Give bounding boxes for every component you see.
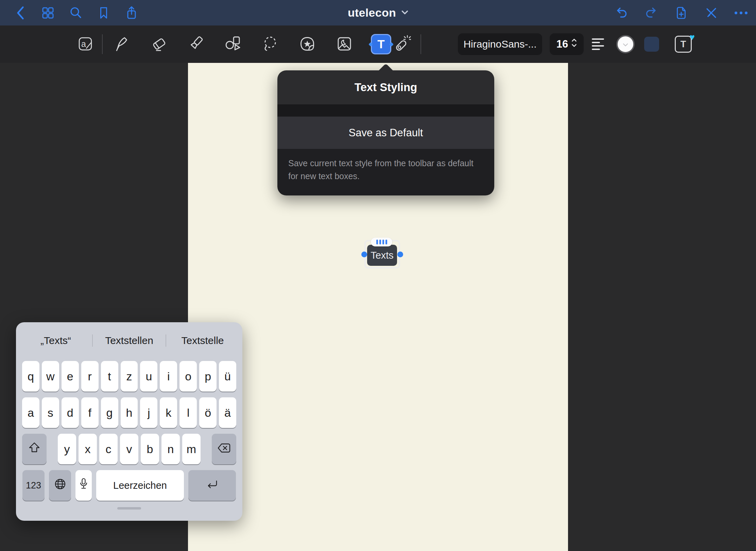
share-button[interactable] [124, 4, 139, 22]
sticker-tool-button[interactable] [297, 34, 318, 55]
key-o[interactable]: o [179, 361, 197, 392]
readonly-mode-button[interactable] [704, 4, 718, 22]
shapes-icon [224, 35, 242, 54]
handwriting-tool-button[interactable]: a [76, 34, 94, 55]
font-family-button[interactable]: HiraginoSans-... [458, 33, 542, 55]
key-x[interactable]: x [79, 434, 97, 464]
lasso-tool-button[interactable] [260, 34, 281, 55]
chevron-down-icon [401, 10, 408, 16]
search-icon [69, 6, 83, 20]
share-icon [125, 5, 138, 20]
suggestion-bar: „Texts“ Textstellen Textstelle [16, 331, 242, 350]
key-q[interactable]: q [22, 361, 39, 392]
key-m[interactable]: m [182, 434, 201, 464]
key-p[interactable]: p [199, 361, 217, 392]
image-tool-button[interactable] [334, 34, 355, 55]
key-i[interactable]: i [160, 361, 177, 392]
return-icon [206, 479, 218, 492]
add-page-button[interactable] [674, 4, 688, 22]
background-color-swatch[interactable] [644, 37, 659, 52]
pen-icon [113, 35, 131, 54]
eraser-tool-button[interactable] [149, 34, 170, 55]
numbers-key[interactable]: 123 [22, 470, 45, 501]
globe-key[interactable] [49, 470, 71, 501]
key-ü[interactable]: ü [219, 361, 236, 392]
text-color-swatch[interactable] [616, 35, 635, 53]
drag-bar [385, 240, 387, 244]
dictation-key[interactable] [75, 470, 92, 501]
text-box[interactable]: Texts [367, 245, 397, 266]
font-size-value: 16 [556, 38, 568, 50]
key-t[interactable]: t [101, 361, 118, 392]
text-style-button[interactable]: T ♥ [675, 36, 692, 53]
key-r[interactable]: r [81, 361, 99, 392]
key-d[interactable]: d [62, 397, 79, 428]
document-title[interactable]: utelecon [348, 0, 408, 25]
text-tool-left-nub [368, 42, 373, 47]
undo-icon [615, 6, 628, 20]
keyboard-row-3-letters: yxcvbnm [58, 434, 201, 464]
eraser-icon [150, 35, 168, 54]
redo-icon [645, 6, 658, 20]
key-j[interactable]: j [140, 397, 157, 428]
keyboard-drag-handle[interactable] [117, 507, 141, 510]
font-size-stepper[interactable]: 16 [550, 33, 584, 55]
drag-bar [379, 240, 381, 244]
key-c[interactable]: c [99, 434, 118, 464]
key-a[interactable]: a [22, 397, 39, 428]
key-ö[interactable]: ö [199, 397, 217, 428]
return-key[interactable] [188, 470, 236, 501]
key-h[interactable]: h [121, 397, 138, 428]
key-k[interactable]: k [160, 397, 177, 428]
image-icon [335, 35, 354, 54]
drag-bar [382, 240, 384, 244]
key-g[interactable]: g [101, 397, 118, 428]
pen-slash-icon [704, 6, 718, 20]
key-u[interactable]: u [140, 361, 157, 392]
textbox-resize-handle-left[interactable] [361, 252, 367, 257]
key-v[interactable]: v [120, 434, 138, 464]
space-key[interactable]: Leerzeichen [96, 470, 184, 501]
suggestion-1[interactable]: „Texts“ [19, 335, 92, 346]
suggestion-3[interactable]: Textstelle [166, 335, 239, 346]
backspace-key[interactable] [212, 434, 236, 464]
pen-tool-button[interactable] [111, 34, 133, 55]
suggestion-2[interactable]: Textstellen [93, 335, 166, 346]
backspace-icon [217, 443, 231, 456]
key-f[interactable]: f [81, 397, 99, 428]
text-alignment-button[interactable] [592, 37, 607, 52]
save-as-default-button[interactable]: Save as Default [277, 117, 494, 149]
back-button[interactable] [13, 4, 27, 22]
key-l[interactable]: l [179, 397, 197, 428]
undo-button[interactable] [614, 4, 629, 22]
laser-pointer-tool-button[interactable] [391, 34, 412, 55]
toolbar-text-controls: HiraginoSans-... 16 T ♥ [458, 25, 692, 63]
font-family-label: HiraginoSans-... [463, 38, 536, 50]
handwriting-tool-icon: a [76, 35, 94, 54]
key-w[interactable]: w [42, 361, 59, 392]
shift-key[interactable] [22, 434, 47, 464]
more-button[interactable] [734, 4, 748, 22]
redo-button[interactable] [644, 4, 658, 22]
key-b[interactable]: b [141, 434, 159, 464]
key-n[interactable]: n [161, 434, 180, 464]
highlighter-tool-button[interactable] [186, 34, 207, 55]
key-e[interactable]: e [62, 361, 79, 392]
lasso-icon [261, 35, 279, 54]
key-ä[interactable]: ä [219, 397, 236, 428]
pages-overview-button[interactable] [41, 4, 55, 22]
topbar-left-group [0, 0, 139, 25]
grid-icon [41, 6, 55, 20]
shapes-tool-button[interactable] [223, 34, 244, 55]
app-window: utelecon a [0, 0, 756, 551]
bookmark-button[interactable] [97, 4, 111, 22]
text-tool-button[interactable]: T [371, 34, 391, 54]
bookmark-icon [97, 6, 110, 20]
key-s[interactable]: s [42, 397, 59, 428]
search-button[interactable] [69, 4, 83, 22]
textbox-resize-handle-right[interactable] [397, 252, 403, 257]
textbox-drag-handle[interactable] [371, 238, 392, 246]
key-z[interactable]: z [121, 361, 138, 392]
tools-toolbar: a [0, 25, 756, 63]
key-y[interactable]: y [58, 434, 76, 464]
